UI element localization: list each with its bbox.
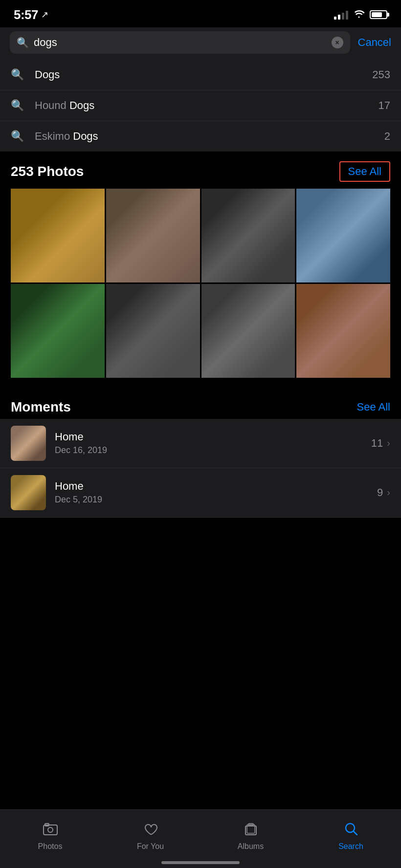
albums-tab-icon: [244, 823, 258, 839]
tab-search[interactable]: Search: [301, 817, 401, 851]
photos-see-all-button[interactable]: See All: [339, 161, 391, 182]
chevron-right-icon: ›: [387, 487, 390, 498]
tab-photos[interactable]: Photos: [0, 818, 100, 851]
photo-cell[interactable]: [201, 189, 295, 282]
suggestion-label: Hound Dogs: [35, 99, 379, 112]
status-time: 5:57: [14, 7, 38, 22]
moments-see-all-button[interactable]: See All: [357, 401, 391, 413]
photos-tab-label: Photos: [38, 842, 63, 851]
photo-cell[interactable]: [296, 189, 390, 282]
svg-rect-0: [44, 825, 57, 835]
photos-section-header: 253 Photos See All: [11, 161, 390, 182]
search-input[interactable]: dogs: [34, 36, 327, 49]
moment-thumbnail: [11, 475, 46, 510]
photo-cell[interactable]: [106, 284, 200, 378]
status-icons: [334, 9, 387, 21]
suggestion-item[interactable]: 🔍 Dogs 253: [0, 60, 401, 90]
status-bar: 5:57 ↗: [0, 0, 401, 27]
suggestion-count: 253: [372, 68, 390, 81]
photo-cell[interactable]: [11, 284, 105, 378]
moment-item[interactable]: Home Dec 16, 2019 11 ›: [0, 419, 401, 468]
photo-cell[interactable]: [106, 189, 200, 282]
moment-count-area: 9 ›: [377, 486, 390, 499]
battery-icon: [370, 10, 387, 19]
moment-item[interactable]: Home Dec 5, 2019 9 ›: [0, 468, 401, 518]
suggestion-count: 2: [384, 130, 390, 143]
chevron-right-icon: ›: [387, 437, 390, 449]
location-arrow-icon: ↗: [41, 9, 48, 20]
suggestion-label: Dogs: [35, 68, 372, 81]
moments-section-header: Moments See All: [0, 399, 401, 415]
photo-grid: [11, 189, 390, 378]
suggestion-label: Eskimo Dogs: [35, 130, 384, 143]
suggestion-search-icon: 🔍: [11, 130, 24, 143]
suggestion-item[interactable]: 🔍 Hound Dogs 17: [0, 90, 401, 121]
clear-search-button[interactable]: ×: [332, 37, 343, 48]
moment-info: Home Dec 5, 2019: [55, 480, 377, 505]
tab-albums[interactable]: Albums: [200, 818, 301, 851]
suggestion-search-icon: 🔍: [11, 68, 24, 81]
search-input-wrapper[interactable]: 🔍 dogs ×: [10, 31, 350, 54]
photo-cell[interactable]: [296, 284, 390, 378]
svg-point-2: [48, 827, 53, 832]
photos-count-title: 253 Photos: [11, 164, 84, 179]
tab-for-you[interactable]: For You: [100, 818, 200, 851]
signal-bars-icon: [334, 10, 348, 20]
for-you-tab-icon: [144, 823, 157, 839]
albums-tab-label: Albums: [238, 842, 264, 851]
moment-name: Home: [55, 431, 371, 443]
tab-bar: Photos For You Albums Search: [0, 809, 401, 868]
photos-section: 253 Photos See All: [0, 152, 401, 384]
moment-count: 9: [377, 486, 383, 499]
moment-info: Home Dec 16, 2019: [55, 431, 371, 456]
cancel-button[interactable]: Cancel: [358, 36, 391, 49]
suggestions-list: 🔍 Dogs 253 🔍 Hound Dogs 17 🔍 Eskimo Dogs…: [0, 60, 401, 152]
search-tab-icon: [344, 822, 358, 839]
moment-date: Dec 5, 2019: [55, 495, 377, 505]
svg-line-7: [354, 831, 357, 835]
moment-count: 11: [371, 437, 383, 450]
moment-date: Dec 16, 2019: [55, 445, 371, 456]
photos-tab-icon: [43, 823, 58, 839]
moments-section: Moments See All Home Dec 16, 2019 11 › H…: [0, 388, 401, 523]
tab-bar-spacer: [0, 523, 401, 592]
suggestion-search-icon: 🔍: [11, 99, 24, 112]
for-you-tab-label: For You: [137, 842, 164, 851]
suggestion-item[interactable]: 🔍 Eskimo Dogs 2: [0, 121, 401, 152]
home-indicator: [161, 861, 240, 864]
search-icon: 🔍: [17, 37, 29, 48]
moment-thumbnail: [11, 426, 46, 461]
separator: [0, 384, 401, 388]
search-bar-container: 🔍 dogs × Cancel: [0, 27, 401, 60]
moment-name: Home: [55, 480, 377, 493]
moment-count-area: 11 ›: [371, 437, 390, 450]
search-tab-label: Search: [338, 842, 363, 851]
suggestion-count: 17: [379, 99, 390, 112]
wifi-icon: [353, 9, 365, 21]
photo-cell[interactable]: [11, 189, 105, 282]
moments-title: Moments: [11, 399, 71, 415]
photo-cell[interactable]: [201, 284, 295, 378]
